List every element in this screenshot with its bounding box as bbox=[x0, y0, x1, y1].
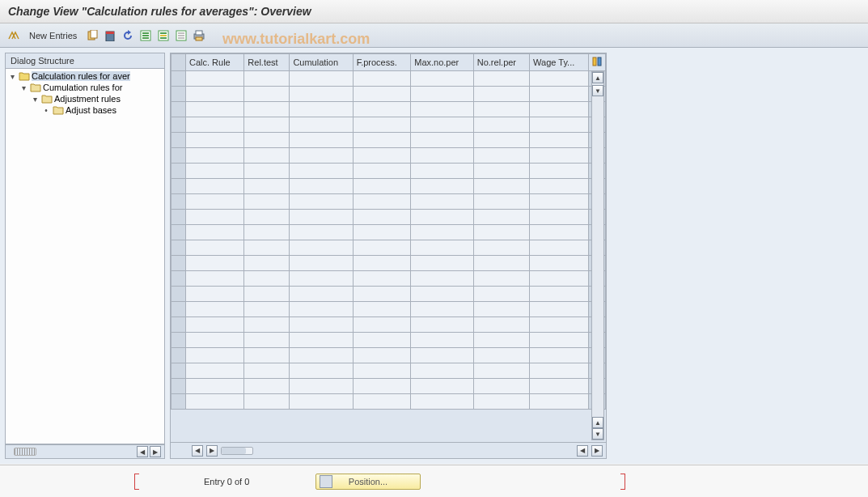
table-cell[interactable] bbox=[353, 363, 411, 379]
table-cell[interactable] bbox=[244, 71, 290, 87]
table-cell[interactable] bbox=[473, 287, 529, 302]
table-cell[interactable] bbox=[530, 363, 589, 379]
table-cell[interactable] bbox=[244, 333, 290, 348]
scroll-right-icon[interactable]: ▶ bbox=[206, 445, 218, 457]
tree-expander-icon[interactable]: ▾ bbox=[30, 95, 40, 104]
row-header[interactable] bbox=[171, 317, 186, 333]
table-cell[interactable] bbox=[353, 333, 411, 348]
table-cell[interactable] bbox=[290, 133, 353, 148]
table-cell[interactable] bbox=[473, 225, 529, 240]
table-cell[interactable] bbox=[244, 102, 290, 117]
table-cell[interactable] bbox=[411, 164, 474, 179]
print-icon[interactable] bbox=[192, 28, 206, 43]
table-cell[interactable] bbox=[244, 302, 290, 317]
table-cell[interactable] bbox=[186, 148, 244, 164]
table-cell[interactable] bbox=[186, 363, 244, 379]
table-cell[interactable] bbox=[244, 148, 290, 164]
table-cell[interactable] bbox=[530, 225, 589, 240]
table-cell[interactable] bbox=[244, 210, 290, 225]
table-cell[interactable] bbox=[290, 225, 353, 240]
table-cell[interactable] bbox=[290, 194, 353, 210]
table-cell[interactable] bbox=[353, 271, 411, 287]
table-cell[interactable] bbox=[530, 240, 589, 256]
table-cell[interactable] bbox=[353, 210, 411, 225]
row-header[interactable] bbox=[171, 287, 186, 302]
table-cell[interactable] bbox=[353, 394, 411, 410]
column-header-3[interactable]: F.process. bbox=[353, 54, 411, 71]
table-cell[interactable] bbox=[186, 71, 244, 87]
column-header-4[interactable]: Max.no.per bbox=[411, 54, 474, 71]
toggle-icon[interactable] bbox=[6, 28, 21, 43]
table-cell[interactable] bbox=[473, 363, 529, 379]
table-cell[interactable] bbox=[290, 363, 353, 379]
table-cell[interactable] bbox=[186, 179, 244, 194]
undo-icon[interactable] bbox=[121, 28, 135, 43]
row-header[interactable] bbox=[171, 148, 186, 164]
table-cell[interactable] bbox=[186, 317, 244, 333]
table-cell[interactable] bbox=[411, 194, 474, 210]
table-cell[interactable] bbox=[473, 394, 529, 410]
table-cell[interactable] bbox=[530, 102, 589, 117]
row-header[interactable] bbox=[171, 87, 186, 102]
table-cell[interactable] bbox=[473, 256, 529, 271]
table-config-icon[interactable] bbox=[589, 54, 606, 71]
column-header-1[interactable]: Rel.test bbox=[244, 54, 290, 71]
table-cell[interactable] bbox=[473, 333, 529, 348]
table-cell[interactable] bbox=[530, 179, 589, 194]
row-header[interactable] bbox=[171, 179, 186, 194]
copy-icon[interactable] bbox=[85, 28, 100, 43]
tree-expander-icon[interactable]: ▾ bbox=[7, 72, 17, 81]
table-cell[interactable] bbox=[186, 133, 244, 148]
table-cell[interactable] bbox=[530, 287, 589, 302]
row-header[interactable] bbox=[171, 379, 186, 394]
row-header[interactable] bbox=[171, 302, 186, 317]
delete-icon[interactable] bbox=[103, 28, 117, 43]
table-cell[interactable] bbox=[353, 71, 411, 87]
table-cell[interactable] bbox=[473, 210, 529, 225]
scroll-left2-icon[interactable]: ◀ bbox=[577, 445, 588, 457]
select-all-icon[interactable] bbox=[138, 28, 153, 43]
table-cell[interactable] bbox=[411, 87, 474, 102]
table-cell[interactable] bbox=[530, 333, 589, 348]
table-cell[interactable] bbox=[411, 256, 474, 271]
table-cell[interactable] bbox=[411, 363, 474, 379]
tree-item-2[interactable]: ▾Adjustment rules bbox=[6, 93, 164, 104]
table-cell[interactable] bbox=[530, 271, 589, 287]
table-cell[interactable] bbox=[353, 225, 411, 240]
row-header[interactable] bbox=[171, 394, 186, 410]
table-cell[interactable] bbox=[186, 194, 244, 210]
table-corner[interactable] bbox=[171, 54, 186, 71]
table-cell[interactable] bbox=[353, 164, 411, 179]
table-cell[interactable] bbox=[473, 71, 529, 87]
table-cell[interactable] bbox=[473, 194, 529, 210]
row-header[interactable] bbox=[171, 194, 186, 210]
tree-expander-icon[interactable]: ▾ bbox=[19, 83, 28, 92]
table-cell[interactable] bbox=[353, 379, 411, 394]
row-header[interactable] bbox=[171, 225, 186, 240]
table-cell[interactable] bbox=[244, 179, 290, 194]
row-header[interactable] bbox=[171, 71, 186, 87]
table-cell[interactable] bbox=[290, 71, 353, 87]
table-cell[interactable] bbox=[530, 164, 589, 179]
row-header[interactable] bbox=[171, 133, 186, 148]
row-header[interactable] bbox=[171, 271, 186, 287]
table-cell[interactable] bbox=[244, 87, 290, 102]
table-cell[interactable] bbox=[530, 302, 589, 317]
table-cell[interactable] bbox=[290, 394, 353, 410]
position-button[interactable]: Position... bbox=[315, 474, 421, 490]
table-cell[interactable] bbox=[290, 179, 353, 194]
table-cell[interactable] bbox=[290, 87, 353, 102]
table-cell[interactable] bbox=[411, 102, 474, 117]
table-cell[interactable] bbox=[353, 102, 411, 117]
table-cell[interactable] bbox=[411, 210, 474, 225]
table-cell[interactable] bbox=[186, 256, 244, 271]
table-cell[interactable] bbox=[530, 148, 589, 164]
table-cell[interactable] bbox=[473, 148, 529, 164]
table-cell[interactable] bbox=[473, 87, 529, 102]
tree-item-1[interactable]: ▾Cumulation rules for bbox=[6, 82, 164, 93]
table-cell[interactable] bbox=[473, 240, 529, 256]
table-cell[interactable] bbox=[244, 317, 290, 333]
horizontal-scrollbar[interactable]: ◀ ▶ ◀ ▶ bbox=[171, 442, 606, 458]
table-cell[interactable] bbox=[473, 379, 529, 394]
table-cell[interactable] bbox=[473, 179, 529, 194]
